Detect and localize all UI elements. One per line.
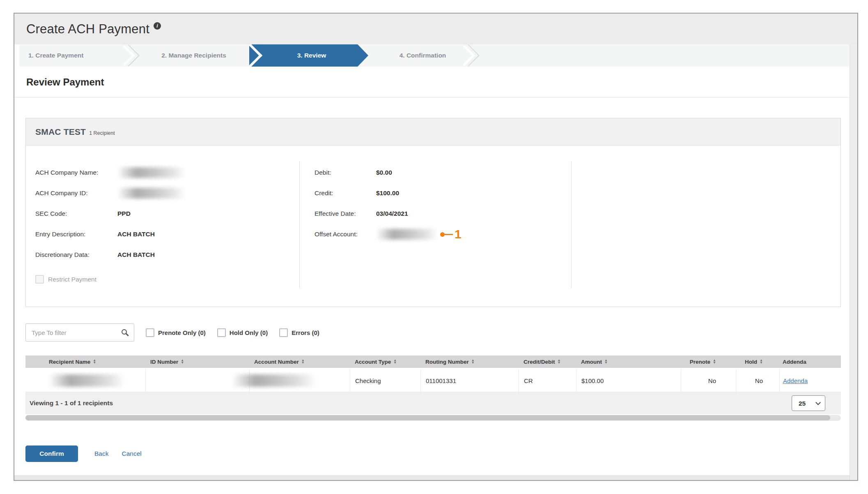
cell-prenote: No	[681, 369, 736, 392]
prenote-only-checkbox[interactable]	[146, 328, 154, 337]
scrollbar-thumb[interactable]	[25, 415, 830, 420]
errors-filter: Errors (0)	[279, 328, 319, 337]
field-ach-company-id: ACH Company ID:	[35, 188, 299, 199]
column-divider	[571, 161, 572, 288]
header-account-number[interactable]: Account Number ▲▼	[249, 359, 350, 365]
field-label: Credit:	[315, 189, 376, 197]
step-label: 3. Review	[297, 52, 326, 59]
field-label: Offset Account:	[315, 231, 376, 238]
sort-icon[interactable]: ▲▼	[181, 359, 184, 364]
vertical-scrollbar-gutter[interactable]	[850, 44, 857, 480]
table-footer: Viewing 1 - 1 of 1 recipients 25	[25, 392, 841, 414]
sort-icon[interactable]: ▲▼	[713, 359, 716, 364]
header-prenote[interactable]: Prenote ▲▼	[681, 359, 736, 365]
sort-icon[interactable]: ▲▼	[604, 359, 608, 364]
field-debit: Debit: $0.00	[315, 167, 571, 178]
cancel-link[interactable]: Cancel	[122, 450, 141, 457]
cell-credit-debit: CR	[519, 369, 576, 392]
header-label: Amount	[581, 359, 602, 365]
restrict-payment-checkbox[interactable]	[35, 275, 44, 284]
cell-gutter	[25, 369, 44, 392]
header-id-number[interactable]: ID Number ▲▼	[145, 359, 249, 365]
addenda-link[interactable]: Addenda	[783, 377, 808, 384]
field-sec-code: SEC Code: PPD	[35, 208, 299, 219]
cell-recipient-name	[44, 369, 145, 392]
sort-icon[interactable]: ▲▼	[760, 359, 763, 364]
section-heading: Review Payment	[26, 76, 841, 88]
header-label: Credit/Debit	[524, 359, 555, 365]
header-routing-number[interactable]: Routing Number ▲▼	[420, 359, 519, 365]
batch-name: SMAC TEST	[35, 127, 86, 137]
step-label: 1. Create Payment	[28, 52, 83, 59]
header-credit-debit[interactable]: Credit/Debit ▲▼	[519, 359, 576, 365]
header-hold[interactable]: Hold ▲▼	[736, 359, 779, 365]
recipients-table: Recipient Name ▲▼ ID Number ▲▼ Account N…	[25, 355, 841, 421]
field-label: Discretionary Data:	[35, 251, 117, 259]
filter-box	[25, 323, 134, 342]
sort-icon[interactable]: ▲▼	[301, 359, 305, 364]
batch-fields-middle: Debit: $0.00 Credit: $100.00 Effective D…	[299, 145, 571, 307]
table-horizontal-scrollbar	[25, 415, 841, 421]
sort-icon[interactable]: ▲▼	[93, 359, 96, 364]
page-size-select[interactable]: 25	[792, 395, 825, 411]
search-icon[interactable]	[122, 329, 127, 335]
cell-value: 011001331	[426, 377, 456, 384]
sort-icon[interactable]: ▲▼	[393, 359, 397, 364]
field-value: ACH BATCH	[117, 251, 155, 259]
header-recipient-name[interactable]: Recipient Name ▲▼	[44, 359, 145, 365]
restrict-payment-label: Restrict Payment	[48, 276, 96, 283]
field-credit: Credit: $100.00	[315, 188, 571, 199]
horizontal-scrollbar-gutter[interactable]	[14, 476, 850, 480]
cell-value: $100.00	[581, 377, 604, 384]
field-entry-description: Entry Description: ACH BATCH	[35, 229, 299, 240]
cell-amount: $100.00	[576, 369, 681, 392]
wizard-steps: 1. Create Payment 2. Manage Recipients 3…	[19, 44, 849, 67]
restrict-payment-row: Restrict Payment	[35, 275, 299, 284]
cell-value: No	[708, 377, 716, 384]
hold-only-label: Hold Only (0)	[230, 329, 268, 336]
filter-input[interactable]	[25, 323, 134, 342]
back-link[interactable]: Back	[94, 450, 108, 457]
cell-value: No	[755, 377, 763, 384]
title-band: Create ACH Payment i	[14, 14, 857, 44]
sort-icon[interactable]: ▲▼	[558, 359, 561, 364]
redacted-value	[232, 374, 316, 387]
header-amount[interactable]: Amount ▲▼	[576, 359, 681, 365]
header-label: ID Number	[150, 359, 178, 365]
header-account-type[interactable]: Account Type ▲▼	[350, 359, 420, 365]
page-size-wrap: 25	[792, 395, 825, 411]
batch-fields-left: ACH Company Name: ACH Company ID: SEC Co…	[26, 145, 299, 307]
field-discretionary-data: Discretionary Data: ACH BATCH	[35, 249, 299, 260]
table-row: Checking 011001331 CR $100.00 No No	[25, 369, 841, 392]
create-ach-payment-window: Create ACH Payment i 1. Create Payment 2…	[14, 13, 858, 481]
column-divider	[299, 161, 300, 288]
info-icon[interactable]: i	[154, 22, 161, 30]
batch-summary-header: SMAC TEST 1 Recipient	[26, 118, 840, 145]
step-review-active[interactable]: 3. Review	[249, 44, 368, 67]
field-label: ACH Company Name:	[35, 169, 117, 176]
redacted-value	[376, 229, 438, 240]
recipient-count-note: 1 Recipient	[89, 130, 115, 136]
field-label: Entry Description:	[35, 231, 117, 238]
step-manage-recipients[interactable]: 2. Manage Recipients	[138, 44, 249, 67]
header-addenda: Addenda	[779, 359, 841, 365]
confirm-button[interactable]: Confirm	[25, 446, 78, 462]
errors-checkbox[interactable]	[279, 328, 288, 337]
redacted-value	[117, 167, 185, 178]
hold-only-checkbox[interactable]	[217, 328, 226, 337]
field-value: $100.00	[376, 189, 399, 197]
cell-routing-number: 011001331	[420, 369, 519, 392]
header-label: Account Number	[254, 359, 299, 365]
redacted-value	[49, 374, 125, 387]
heading-divider	[14, 97, 852, 97]
field-value: $0.00	[376, 169, 392, 176]
batch-summary-body: ACH Company Name: ACH Company ID: SEC Co…	[26, 145, 840, 307]
annotation-number: 1	[455, 228, 462, 240]
step-label: 4. Confirmation	[400, 52, 446, 59]
viewing-summary: Viewing 1 - 1 of 1 recipients	[30, 399, 113, 407]
sort-icon[interactable]: ▲▼	[471, 359, 475, 364]
annotation-line	[445, 234, 453, 235]
header-label: Prenote	[690, 359, 710, 365]
annotation-callout: 1	[440, 228, 462, 240]
main-content: Review Payment SMAC TEST 1 Recipient ACH…	[14, 76, 857, 462]
